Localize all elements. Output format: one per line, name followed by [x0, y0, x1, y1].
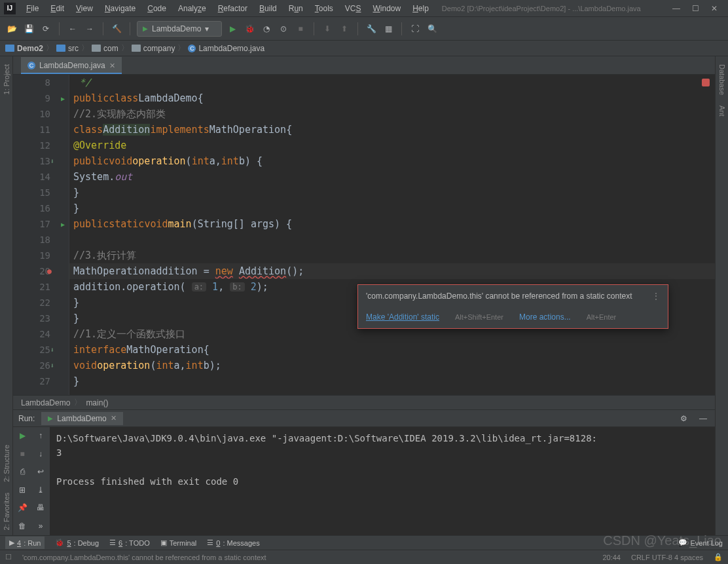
layout-icon[interactable]: ⊞ — [13, 481, 31, 498]
menu-edit[interactable]: Edit — [45, 2, 69, 15]
gutter-line[interactable]: 18 — [13, 232, 69, 248]
scroll-icon[interactable]: ⤓ — [31, 481, 50, 498]
editor-area[interactable]: 89▶10111213⬇14151617▶181920●2122232425⬇2… — [13, 75, 715, 395]
stop-icon[interactable]: ■ — [294, 22, 307, 35]
run-line-icon[interactable]: ▶ — [61, 221, 65, 228]
run-output[interactable]: D:\Software\Java\JDK9.0.4\bin\java.exe "… — [50, 427, 715, 535]
dump-icon[interactable]: ⎙ — [13, 463, 31, 480]
more-icon[interactable]: ⋮ — [652, 291, 660, 301]
gutter-line[interactable]: 19 — [13, 248, 69, 263]
gutter-line[interactable]: 23 — [13, 310, 69, 326]
gutter-line[interactable]: 11 — [13, 122, 69, 138]
sidebar-tab-favorites[interactable]: 2: Favorites — [1, 487, 12, 535]
override-icon[interactable]: ⬇ — [50, 157, 54, 166]
vcs-update-icon[interactable]: ⬇ — [321, 22, 334, 35]
down-icon[interactable]: ↓ — [31, 445, 50, 462]
bottom-tab-messages[interactable]: ☰ 0: Messages — [207, 538, 259, 547]
project-structure-icon[interactable]: ▦ — [382, 22, 395, 35]
forward-icon[interactable]: → — [83, 22, 96, 35]
sync-icon[interactable]: ⟳ — [39, 22, 52, 35]
breadcrumb[interactable]: company — [132, 44, 175, 53]
close-tab-icon[interactable]: ✕ — [109, 62, 115, 70]
up-icon[interactable]: ↑ — [31, 427, 50, 444]
profile-icon[interactable]: ⊙ — [277, 22, 290, 35]
gutter-line[interactable]: 10 — [13, 106, 69, 122]
toggle-fullscreen-icon[interactable]: ⛶ — [409, 22, 422, 35]
gutter-line[interactable]: 15 — [13, 185, 69, 200]
debug-icon[interactable]: 🐞 — [243, 22, 256, 35]
editor-tab[interactable]: C LambdaDemo.java ✕ — [21, 57, 122, 74]
sidebar-tab-database[interactable]: Database — [717, 59, 727, 100]
save-icon[interactable]: 💾 — [22, 22, 35, 35]
override-icon[interactable]: ⬇ — [50, 346, 54, 354]
gutter-line[interactable]: 16 — [13, 200, 69, 216]
menu-view[interactable]: View — [71, 2, 98, 15]
maximize-icon[interactable]: ☐ — [692, 4, 699, 13]
bottom-tab-terminal[interactable]: ▣ Terminal — [160, 538, 197, 547]
menu-analyze[interactable]: Analyze — [173, 2, 211, 15]
breadcrumb[interactable]: com — [92, 44, 118, 53]
sidebar-tab-ant[interactable]: Ant — [717, 100, 727, 122]
run-config-selector[interactable]: ▶ LambdaDemo ▾ — [137, 21, 222, 37]
gutter-line[interactable]: 21 — [13, 279, 69, 295]
menu-file[interactable]: File — [21, 2, 44, 15]
gutter-line[interactable]: 20● — [13, 263, 69, 279]
nav-trail-item[interactable]: LambdaDemo — [21, 398, 70, 407]
status-icon[interactable]: ☐ — [5, 553, 12, 561]
gutter-line[interactable]: 22 — [13, 295, 69, 310]
menu-help[interactable]: Help — [407, 2, 434, 15]
lock-icon[interactable]: 🔒 — [714, 553, 723, 561]
error-gutter-icon[interactable]: ● — [47, 267, 52, 276]
gutter-line[interactable]: 26⬇ — [13, 358, 69, 373]
nav-trail-item[interactable]: main() — [86, 398, 108, 407]
menu-navigate[interactable]: Navigate — [100, 2, 141, 15]
build-icon[interactable]: 🔨 — [110, 22, 123, 35]
override-icon[interactable]: ⬇ — [50, 362, 54, 370]
close-icon[interactable]: ✕ — [711, 4, 718, 13]
gutter-line[interactable]: 8 — [13, 75, 69, 90]
menu-build[interactable]: Build — [254, 2, 282, 15]
quickfix-link[interactable]: Make 'Addition' static — [366, 312, 439, 322]
stop-icon[interactable]: ■ — [13, 445, 31, 462]
gutter-line[interactable]: 27 — [13, 373, 69, 389]
run-icon[interactable]: ▶ — [226, 22, 239, 35]
menu-refactor[interactable]: Refactor — [213, 2, 253, 15]
gear-icon[interactable]: ⚙ — [677, 412, 690, 425]
menu-tools[interactable]: Tools — [310, 2, 338, 15]
breadcrumb[interactable]: src — [56, 44, 79, 53]
sidebar-tab-project[interactable]: 1: Project — [1, 59, 12, 100]
gutter-line[interactable]: 25⬇ — [13, 342, 69, 358]
code-pane[interactable]: */ public class LambdaDemo { //2.实现静态内部类… — [69, 75, 715, 395]
minimize-icon[interactable]: — — [672, 4, 680, 13]
search-icon[interactable]: 🔍 — [426, 22, 439, 35]
breadcrumb[interactable]: Demo2 — [5, 44, 43, 53]
rerun-icon[interactable]: ▶ — [13, 427, 31, 444]
file-encoding[interactable]: CRLF UTF-8 4 spaces — [631, 554, 703, 561]
menu-run[interactable]: Run — [283, 2, 308, 15]
wrap-icon[interactable]: ↩ — [31, 463, 50, 480]
bottom-tab-todo[interactable]: ☰ 6: TODO — [109, 538, 150, 547]
gutter-line[interactable]: 9▶ — [13, 90, 69, 106]
settings-icon[interactable]: 🔧 — [365, 22, 378, 35]
menu-window[interactable]: Window — [367, 2, 406, 15]
event-log-button[interactable]: 💬 Event Log — [678, 538, 723, 547]
sidebar-tab-structure[interactable]: 2: Structure — [1, 440, 12, 487]
open-icon[interactable]: 📂 — [5, 22, 18, 35]
more-actions-link[interactable]: More actions... — [519, 312, 571, 322]
coverage-icon[interactable]: ◔ — [260, 22, 273, 35]
gutter-line[interactable]: 14 — [13, 169, 69, 185]
breadcrumb[interactable]: CLambdaDemo.java — [188, 44, 264, 53]
print-icon[interactable]: 🖶 — [31, 499, 50, 516]
expand-icon[interactable]: » — [31, 517, 50, 535]
gutter-line[interactable]: 12 — [13, 138, 69, 153]
bottom-tab-debug[interactable]: 🐞 5: Debug — [55, 538, 99, 547]
gutter-line[interactable]: 24 — [13, 326, 69, 342]
close-tab-icon[interactable]: ✕ — [111, 414, 117, 423]
gutter-line[interactable]: 13⬇ — [13, 153, 69, 169]
run-tab[interactable]: ▶ LambdaDemo ✕ — [41, 412, 122, 425]
back-icon[interactable]: ← — [66, 22, 79, 35]
hide-icon[interactable]: — — [697, 412, 710, 425]
menu-vcs[interactable]: VCS — [340, 2, 367, 15]
menu-code[interactable]: Code — [142, 2, 172, 15]
pin-icon[interactable]: 📌 — [13, 499, 31, 516]
